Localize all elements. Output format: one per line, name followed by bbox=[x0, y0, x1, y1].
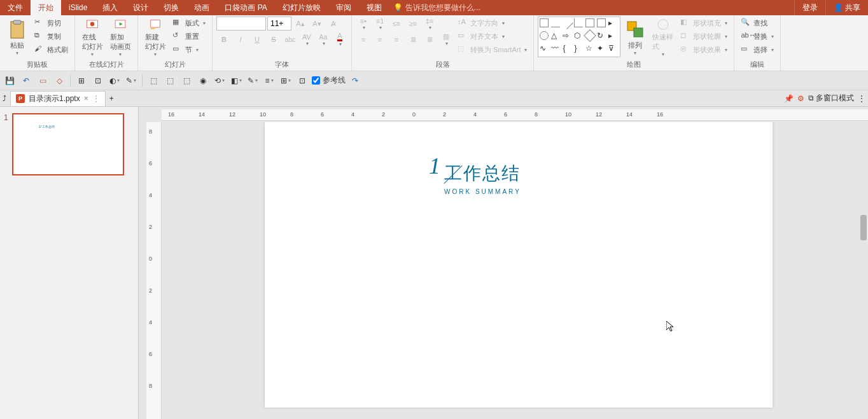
share-button[interactable]: 👤 共享 bbox=[825, 0, 868, 16]
numbering-button[interactable]: ≡1 bbox=[372, 17, 388, 31]
increase-indent-button[interactable]: ≥≡ bbox=[405, 17, 421, 31]
format-painter-button[interactable]: 🖌格式刷 bbox=[32, 43, 71, 56]
qat-btn-8[interactable]: ◉ bbox=[196, 74, 210, 88]
reset-button[interactable]: ↺重置 bbox=[170, 30, 208, 43]
shape-line2-icon[interactable] bbox=[561, 17, 574, 29]
document-tab[interactable]: P 目录演示1.pptx × ⋮ bbox=[10, 91, 106, 106]
thumbnail-panel[interactable]: 1 1/ 工作总结 bbox=[0, 107, 139, 419]
horizontal-ruler[interactable]: 1614121086420246810121416 bbox=[162, 109, 868, 121]
shape-oval-icon[interactable] bbox=[540, 31, 549, 40]
shape-effects-button[interactable]: ◎形状效果 bbox=[678, 43, 730, 56]
font-size-combobox[interactable] bbox=[267, 17, 291, 31]
new-tab-button[interactable]: + bbox=[109, 94, 114, 103]
multi-window-button[interactable]: ⧉ 多窗口模式 bbox=[808, 93, 854, 104]
decrease-indent-button[interactable]: ≤≡ bbox=[389, 17, 404, 31]
new-slide-button[interactable]: 新建 幻灯片▾ bbox=[142, 17, 169, 58]
qat-btn-9[interactable]: ⟲ bbox=[213, 74, 227, 88]
shape-brace-icon[interactable]: { bbox=[563, 44, 571, 53]
qat-btn-1[interactable]: ⊞ bbox=[74, 74, 88, 88]
online-slide-button[interactable]: 在线 幻灯片▾ bbox=[79, 17, 106, 58]
align-text-button[interactable]: ▭对齐文本 bbox=[455, 30, 529, 43]
strikethrough-button[interactable]: S bbox=[266, 32, 281, 46]
tab-file[interactable]: 文件 bbox=[0, 0, 31, 16]
qat-btn-10[interactable]: ◧ bbox=[229, 74, 243, 88]
qat-slide-icon-button[interactable]: ▭ bbox=[36, 74, 50, 88]
qat-btn-13[interactable]: ⊞ bbox=[279, 74, 293, 88]
shape-rect2-icon[interactable] bbox=[585, 18, 594, 27]
tab-slideshow[interactable]: 幻灯片放映 bbox=[275, 0, 328, 16]
convert-smartart-button[interactable]: ⬚转换为 SmartArt bbox=[455, 43, 529, 56]
slide-title-group[interactable]: 1 工作总结 WORK SUMMARY bbox=[444, 161, 521, 195]
underline-button[interactable]: U bbox=[249, 32, 265, 46]
align-center-button[interactable]: ≡ bbox=[372, 32, 388, 46]
shape-more1-icon[interactable]: ▸ bbox=[608, 18, 617, 27]
cut-button[interactable]: ✂剪切 bbox=[32, 17, 71, 29]
layout-button[interactable]: ▦版式 bbox=[170, 17, 208, 29]
doctab-back-button[interactable]: ⤴ bbox=[3, 94, 6, 103]
tab-view[interactable]: 视图 bbox=[359, 0, 389, 16]
tab-home[interactable]: 开始 bbox=[31, 0, 61, 16]
align-right-button[interactable]: ≡ bbox=[389, 32, 404, 46]
slide-thumbnail-1[interactable]: 1/ 工作总结 bbox=[12, 113, 124, 175]
qat-btn-3[interactable]: ◐ bbox=[108, 74, 122, 88]
redo-button[interactable]: ↷ bbox=[348, 74, 362, 88]
qat-btn-11[interactable]: ✎ bbox=[246, 74, 260, 88]
shape-star-icon[interactable]: ☆ bbox=[585, 44, 594, 53]
undo-button[interactable]: ↶ bbox=[19, 74, 33, 88]
guides-checkbox[interactable] bbox=[312, 76, 320, 85]
vertical-scrollbar[interactable] bbox=[860, 215, 867, 240]
shape-brace2-icon[interactable]: } bbox=[574, 44, 583, 53]
tab-review[interactable]: 审阅 bbox=[328, 0, 359, 16]
tell-me-search[interactable]: 💡 告诉我您想要做什么... bbox=[393, 3, 480, 13]
qat-btn-2[interactable]: ⊡ bbox=[91, 74, 105, 88]
shape-hex-icon[interactable]: ⬡ bbox=[574, 31, 583, 40]
quick-styles-button[interactable]: 快速样式▾ bbox=[650, 17, 676, 58]
section-button[interactable]: ▭节 bbox=[170, 43, 208, 56]
decrease-font-button[interactable]: A▾ bbox=[309, 17, 325, 31]
shadow-button[interactable]: abc bbox=[283, 32, 298, 46]
shape-callout-icon[interactable]: ✦ bbox=[597, 44, 606, 53]
bullets-button[interactable]: ≡• bbox=[356, 17, 371, 31]
justify-button[interactable]: ≣ bbox=[405, 32, 421, 46]
text-direction-button[interactable]: ↕A文字方向 bbox=[455, 17, 529, 29]
shape-diamond-icon[interactable] bbox=[584, 29, 597, 42]
tab-transitions[interactable]: 切换 bbox=[156, 0, 186, 16]
settings-button[interactable]: ⚙ bbox=[797, 94, 804, 103]
distribute-button[interactable]: ≣ bbox=[422, 32, 437, 46]
shape-arrow-icon[interactable]: ⇨ bbox=[563, 31, 571, 40]
qat-btn-4[interactable]: ✎ bbox=[124, 74, 138, 88]
find-button[interactable]: 🔍查找 bbox=[738, 17, 776, 29]
align-left-button[interactable]: ≡ bbox=[356, 32, 371, 46]
tab-menu-icon[interactable]: ⋮ bbox=[92, 94, 100, 103]
increase-font-button[interactable]: A▴ bbox=[293, 17, 308, 31]
qat-btn-7[interactable]: ⬚ bbox=[179, 74, 193, 88]
font-family-combobox[interactable] bbox=[216, 17, 266, 31]
tab-pa[interactable]: 口袋动画 PA bbox=[217, 0, 274, 16]
shape-more3-icon[interactable]: ⊽ bbox=[608, 44, 617, 53]
qat-btn-6[interactable]: ⬚ bbox=[163, 74, 177, 88]
save-button[interactable]: 💾 bbox=[3, 74, 17, 88]
qat-btn-14[interactable]: ⊡ bbox=[295, 74, 309, 88]
shape-outline-button[interactable]: ◻形状轮廓 bbox=[678, 30, 730, 43]
copy-button[interactable]: ⧉复制 bbox=[32, 30, 71, 43]
font-color-button[interactable]: A bbox=[332, 32, 347, 46]
guides-checkbox-wrap[interactable]: 参考线 bbox=[312, 75, 346, 86]
shape-line-icon[interactable] bbox=[551, 18, 560, 27]
replace-button[interactable]: ab↔替换 bbox=[738, 30, 776, 43]
select-button[interactable]: ▭选择 bbox=[738, 43, 776, 56]
shape-arrow2-icon[interactable]: ↻ bbox=[597, 31, 606, 40]
qat-btn-5[interactable]: ⬚ bbox=[146, 74, 160, 88]
columns-button[interactable]: ▥ bbox=[438, 32, 454, 46]
arrange-button[interactable]: 排列▾ bbox=[622, 17, 648, 58]
char-spacing-button[interactable]: AV bbox=[299, 32, 314, 46]
new-anim-page-button[interactable]: 新加 动画页▾ bbox=[107, 17, 134, 58]
italic-button[interactable]: I bbox=[233, 32, 248, 46]
shape-rect-icon[interactable] bbox=[540, 18, 549, 27]
bold-button[interactable]: B bbox=[216, 32, 232, 46]
shapes-gallery[interactable]: ▸ △ ⇨ ⬡ ↻ ▸ ∿ 〰 { } ☆ ✦ ⊽ bbox=[538, 17, 620, 57]
line-spacing-button[interactable]: ‡≡ bbox=[422, 17, 437, 31]
tab-islide[interactable]: iSlide bbox=[61, 1, 95, 15]
login-button[interactable]: 登录 bbox=[794, 0, 825, 16]
tab-insert[interactable]: 插入 bbox=[95, 0, 125, 16]
tab-animations[interactable]: 动画 bbox=[186, 0, 217, 16]
